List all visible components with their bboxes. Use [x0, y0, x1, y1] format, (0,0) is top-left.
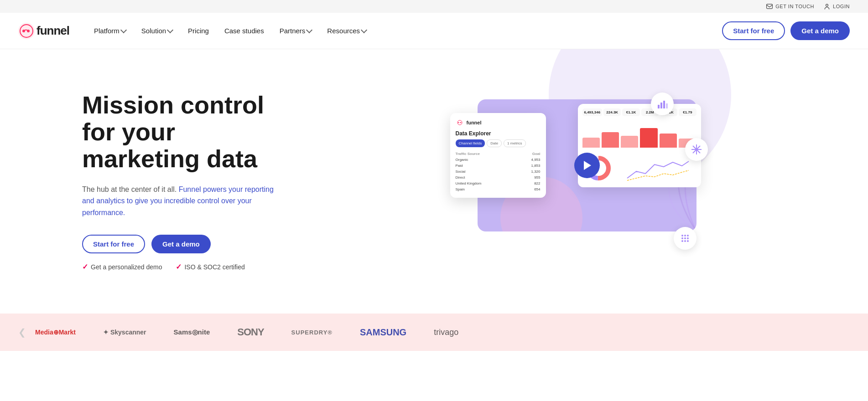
stats-row: 6,493,346 224.3K €1.1K 2.2M €2.1K — [582, 108, 696, 116]
svg-point-2 — [18, 23, 35, 39]
brand-samsonite: Sams◎nite — [174, 328, 210, 336]
bar-chart-icon — [657, 98, 668, 109]
date-filter-button[interactable]: Date — [487, 139, 502, 147]
bar — [660, 134, 677, 148]
nav-case-studies[interactable]: Case studies — [218, 23, 270, 38]
nav-resources[interactable]: Resources — [321, 23, 373, 38]
data-explorer-title: Data Explorer — [456, 130, 541, 137]
get-a-demo-button[interactable]: Get a demo — [790, 21, 850, 40]
card-filter-buttons: Channel fields Date 1 metrics — [456, 139, 541, 147]
svg-point-28 — [684, 240, 686, 242]
line-chart — [617, 153, 696, 183]
table-row: Direct955 — [456, 175, 541, 180]
card-header: funnel — [456, 118, 541, 127]
svg-point-1 — [826, 4, 828, 6]
brand-skyscanner: ✦ Skyscanner — [103, 329, 146, 336]
navbar: funnel Platform Solution Pricing Case st… — [0, 13, 868, 49]
check-iso-text: ISO & SOC2 certified — [184, 263, 244, 271]
svg-point-8 — [460, 122, 461, 123]
logo-text: funnel — [36, 24, 69, 38]
hero-content: Mission control for your marketing data … — [82, 92, 301, 272]
brand-trivago: trivago — [434, 328, 458, 337]
chevron-down-icon — [361, 27, 367, 33]
user-icon — [823, 3, 831, 10]
grid-icon — [680, 233, 691, 244]
table-header-goal: Goal — [518, 151, 540, 157]
chevron-down-icon — [120, 27, 127, 33]
metrics-filter-button[interactable]: 1 metrics — [504, 139, 525, 147]
hero-start-free-button[interactable]: Start for free — [82, 235, 145, 253]
table-row: Social1,320 — [456, 169, 541, 175]
bar-chart — [582, 120, 696, 149]
subtitle-plain: The hub at the center of it all. — [82, 185, 179, 193]
svg-rect-0 — [767, 4, 773, 9]
play-triangle-icon — [584, 161, 591, 170]
hero-visual: funnel Data Explorer Channel fields Date… — [301, 90, 850, 272]
get-in-touch-link[interactable]: GET IN TOUCH — [766, 3, 814, 10]
stat-chip: €1.79 — [679, 108, 696, 116]
brands-section: ❮ Media⊕Markt ✦ Skyscanner Sams◎nite SON… — [0, 314, 868, 351]
table-row: Spain654 — [456, 186, 541, 192]
svg-point-22 — [684, 235, 686, 236]
stat-value: 6,493,346 — [584, 110, 601, 114]
svg-rect-14 — [663, 101, 665, 108]
svg-point-26 — [687, 237, 689, 239]
funnel-logo-icon — [18, 23, 35, 39]
svg-point-7 — [458, 122, 459, 123]
nav-partners[interactable]: Partners — [273, 23, 318, 38]
card-brand-name: funnel — [467, 120, 482, 125]
svg-point-29 — [687, 240, 689, 242]
check-item-iso: ✓ ISO & SOC2 certified — [176, 262, 244, 271]
checkmark-icon-2: ✓ — [176, 262, 182, 271]
float-icon-grid — [674, 227, 696, 250]
float-icon-analytics — [651, 93, 674, 115]
hero-checks: ✓ Get a personalized demo ✓ ISO & SOC2 c… — [82, 262, 301, 271]
brands-prev-arrow[interactable]: ❮ — [18, 327, 26, 338]
topbar: GET IN TOUCH LOGIN — [0, 0, 868, 13]
checkmark-icon: ✓ — [82, 262, 88, 271]
mini-data-table: Traffic Source Goal Organic4,953 Paid1,8… — [456, 151, 541, 192]
line-chart-svg — [617, 153, 696, 183]
svg-rect-12 — [658, 105, 660, 108]
table-row: Paid1,853 — [456, 163, 541, 169]
message-icon — [766, 3, 773, 10]
stat-chip: €1.1K — [622, 108, 639, 116]
dashboard-visual: funnel Data Explorer Channel fields Date… — [450, 99, 701, 263]
stat-chip: 224.3K — [603, 108, 621, 116]
nav-solution[interactable]: Solution — [135, 23, 179, 38]
brand-mediamarkt: Media⊕Markt — [35, 329, 76, 336]
check-demo-text: Get a personalized demo — [91, 263, 162, 271]
snowflake-icon — [691, 144, 702, 155]
stats-panel: 6,493,346 224.3K €1.1K 2.2M €2.1K — [578, 104, 701, 187]
bar — [621, 136, 638, 148]
table-header-source: Traffic Source — [456, 151, 519, 157]
data-explorer-card: funnel Data Explorer Channel fields Date… — [450, 113, 546, 198]
nav-links: Platform Solution Pricing Case studies P… — [88, 23, 722, 38]
nav-platform[interactable]: Platform — [88, 23, 132, 38]
svg-point-27 — [681, 240, 683, 242]
login-link[interactable]: LOGIN — [823, 3, 850, 10]
start-for-free-button[interactable]: Start for free — [722, 21, 785, 40]
stat-value: €1.79 — [681, 110, 694, 114]
play-button[interactable] — [574, 153, 600, 178]
svg-rect-13 — [660, 103, 662, 108]
float-icon-snowflake — [685, 138, 708, 161]
hero-section: Mission control for your marketing data … — [0, 49, 868, 314]
check-item-demo: ✓ Get a personalized demo — [82, 262, 162, 271]
channel-filter-button[interactable]: Channel fields — [456, 139, 485, 147]
nav-buttons: Start for free Get a demo — [722, 21, 850, 40]
svg-point-20 — [695, 148, 698, 151]
svg-point-23 — [687, 235, 689, 236]
brand-sony: SONY — [237, 326, 264, 338]
logo[interactable]: funnel — [18, 23, 69, 39]
stat-chip: 6,493,346 — [582, 108, 603, 116]
brands-track: Media⊕Markt ✦ Skyscanner Sams◎nite SONY … — [35, 326, 850, 338]
card-funnel-icon — [456, 118, 464, 127]
brand-samsung: SAMSUNG — [360, 327, 406, 338]
get-in-touch-label: GET IN TOUCH — [775, 4, 814, 9]
hero-get-demo-button[interactable]: Get a demo — [151, 235, 211, 253]
stat-value: 224.3K — [605, 110, 619, 114]
hero-title: Mission control for your marketing data — [82, 92, 283, 173]
nav-pricing[interactable]: Pricing — [182, 23, 215, 38]
svg-point-24 — [681, 237, 683, 239]
